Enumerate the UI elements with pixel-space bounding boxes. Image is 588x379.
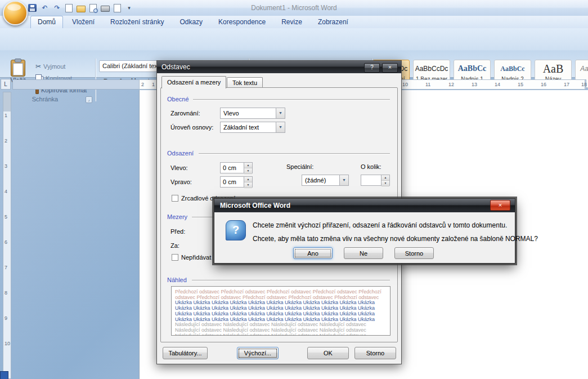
- indent-left-label: Vlevo:: [170, 164, 188, 171]
- default-button[interactable]: Výchozí...: [237, 347, 279, 359]
- special-value: (žádné): [305, 175, 339, 185]
- help-icon[interactable]: ?: [364, 63, 380, 73]
- yes-button[interactable]: Ano: [293, 247, 333, 259]
- undo-icon[interactable]: ↶: [41, 4, 49, 12]
- ruler-number: 4: [5, 189, 7, 194]
- ruler-number: 14: [495, 82, 500, 87]
- dialog-title: Odstavec: [161, 63, 190, 71]
- divider: [199, 153, 390, 154]
- ruler-number: 2: [5, 138, 7, 144]
- tab-line-and-page-breaks[interactable]: Tok textu: [227, 77, 263, 88]
- spinner-down-icon[interactable]: ▼: [381, 181, 389, 186]
- alignment-select[interactable]: Vlevo ▼: [220, 108, 285, 119]
- tab-rozlozeni-stranky[interactable]: Rozložení stránky: [104, 16, 170, 28]
- paste-clipboard-icon: [11, 60, 25, 77]
- outline-level-value: Základní text: [223, 122, 276, 132]
- message-line-1: Chcete změnit výchozí přiřazení, odsazen…: [253, 221, 507, 229]
- spinner-down-icon[interactable]: ▼: [244, 182, 252, 188]
- tab-vlozeni[interactable]: Vložení: [65, 16, 101, 28]
- special-select[interactable]: (žádné) ▼: [302, 175, 349, 186]
- quick-access-toolbar: ↶ ↷ ▾: [28, 3, 133, 13]
- ruler-number: 17: [564, 82, 569, 87]
- spacing-before-label: Před:: [170, 228, 185, 235]
- ruler-number: 6: [5, 239, 7, 245]
- message-box-title: Microsoft Office Word: [220, 202, 290, 209]
- cut-button[interactable]: ✂ Vyjmout: [34, 61, 67, 72]
- word-window: Dokument1 - Microsoft Word ↶ ↷ ▾ Domů Vl…: [0, 0, 588, 379]
- style-sample: AaBbCc.: [576, 60, 588, 76]
- tab-zobrazeni[interactable]: Zobrazení: [311, 16, 355, 28]
- outline-level-select[interactable]: Základní text ▼: [220, 122, 285, 133]
- mirror-indents-checkbox[interactable]: [172, 195, 178, 202]
- message-line-2: Chcete, aby měla tato změna vliv na všec…: [253, 235, 538, 243]
- spinner-up-icon[interactable]: ▲: [381, 175, 389, 181]
- tab-domu[interactable]: Domů: [30, 16, 63, 28]
- ruler-number: 1: [152, 82, 155, 87]
- new-document-icon[interactable]: [65, 4, 73, 12]
- tab-selector[interactable]: L: [1, 79, 11, 90]
- save-icon[interactable]: [28, 4, 37, 12]
- by-spinner[interactable]: ▲▼: [361, 175, 390, 186]
- ruler-number: 9: [5, 315, 7, 321]
- ribbon-tab-bar: Domů Vložení Rozložení stránky Odkazy Ko…: [0, 16, 588, 28]
- chevron-down-icon[interactable]: ▼: [339, 175, 348, 185]
- tab-korespondence[interactable]: Korespondence: [212, 16, 272, 28]
- no-space-same-style-label: Nepřidávat: [181, 254, 211, 261]
- quick-print-icon[interactable]: [101, 6, 110, 12]
- section-spacing: Mezery: [167, 213, 187, 220]
- ruler-number: 11: [425, 82, 430, 87]
- ruler-number: 3: [5, 163, 7, 169]
- message-box-title-bar[interactable]: Microsoft Office Word: [214, 199, 515, 212]
- clipboard-dialog-launcher-icon[interactable]: ⌟: [86, 96, 92, 103]
- special-label: Speciální:: [286, 163, 313, 170]
- spinner-up-icon[interactable]: ▲: [244, 163, 252, 168]
- spelling-icon[interactable]: [114, 4, 121, 12]
- office-button[interactable]: [3, 1, 28, 25]
- no-space-same-style-checkbox[interactable]: [172, 254, 178, 261]
- preview-box: Předchozí odstavec Předchozí odstavec Př…: [171, 286, 390, 336]
- spinner-up-icon[interactable]: ▲: [244, 177, 252, 182]
- cancel-button[interactable]: Storno: [354, 347, 396, 359]
- ruler-number: 8: [5, 290, 7, 296]
- ruler-number: 15: [518, 82, 523, 87]
- indent-left-spinner[interactable]: 0 cm ▲▼: [220, 162, 253, 173]
- print-preview-icon[interactable]: [89, 4, 97, 12]
- spacing-after-label: Za:: [170, 242, 179, 249]
- close-icon[interactable]: ×: [490, 200, 510, 211]
- redo-icon[interactable]: ↷: [53, 4, 61, 12]
- tab-indents-and-spacing[interactable]: Odsazení a mezery: [161, 76, 226, 88]
- vertical-ruler[interactable]: [3, 92, 11, 379]
- cancel-button[interactable]: Storno: [394, 247, 434, 259]
- ruler-number: 16: [541, 82, 546, 87]
- preview-previous-text: Předchozí odstavec Předchozí odstavec Př…: [175, 289, 387, 300]
- cut-label: Vyjmout: [43, 63, 65, 70]
- indent-left-value: 0 cm: [223, 163, 244, 173]
- spinner-down-icon[interactable]: ▼: [244, 168, 252, 174]
- open-icon[interactable]: [77, 6, 86, 12]
- section-general: Obecné: [167, 96, 189, 102]
- ruler-number: 12: [448, 82, 454, 87]
- indent-right-value: 0 cm: [223, 177, 244, 187]
- divider: [193, 99, 390, 100]
- ruler-number: 5: [5, 214, 7, 220]
- qat-customize-chevron-icon[interactable]: ▾: [125, 4, 133, 12]
- by-label: O kolik:: [361, 163, 381, 170]
- style-sample: AaBbCcDc: [414, 60, 450, 76]
- clipboard-group-label: Schránka: [0, 96, 90, 103]
- ruler-number: 13: [472, 82, 477, 87]
- tab-odkazy[interactable]: Odkazy: [173, 16, 209, 28]
- ok-button[interactable]: OK: [307, 347, 349, 359]
- ruler-number: 10: [5, 341, 10, 346]
- indent-right-spinner[interactable]: 0 cm ▲▼: [220, 176, 253, 188]
- chevron-down-icon[interactable]: ▼: [276, 108, 285, 118]
- chevron-down-icon[interactable]: ▼: [276, 122, 285, 132]
- tab-revize[interactable]: Revize: [275, 16, 309, 28]
- tabs-button[interactable]: Tabulátory...: [163, 347, 208, 359]
- no-button[interactable]: Ne: [344, 247, 383, 259]
- ruler-number: 1: [5, 113, 7, 118]
- section-preview: Náhled: [167, 277, 187, 283]
- ruler-number: 18: [581, 82, 587, 87]
- close-icon[interactable]: ×: [382, 63, 398, 73]
- confirm-message-box: Microsoft Office Word × ? Chcete změnit …: [214, 198, 515, 264]
- style-sample: AaBbCc: [454, 60, 490, 76]
